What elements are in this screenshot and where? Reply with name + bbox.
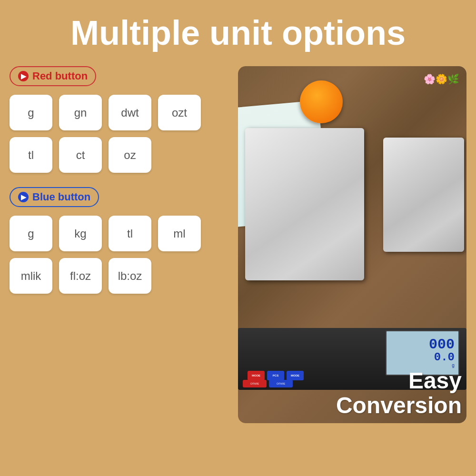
large-tray [245, 128, 364, 280]
easy-conversion: Easy Conversion [336, 368, 462, 419]
flowers-decoration: 🌸🌼🌿 [424, 73, 459, 85]
blue-icon-symbol: ▶ [21, 193, 26, 201]
red-units-row1: g gn dwt ozt [10, 95, 228, 130]
unit-key-mlik: mlik [10, 258, 52, 294]
blue-icon: ▶ [18, 192, 29, 202]
unit-key-oz: oz [109, 137, 151, 173]
unit-key-lboz: lb:oz [109, 258, 151, 294]
unit-key-ozt: ozt [158, 95, 201, 130]
red-icon-symbol: ▶ [21, 72, 26, 80]
control-buttons-row: MODE PCS MODE [248, 371, 304, 380]
main-title: Multiple unit options [0, 0, 476, 61]
lcd-top-value: 000 [429, 337, 455, 352]
tare-buttons-row: O/TARE O/TARE [243, 380, 293, 387]
tare-btn-blue: O/TARE [269, 380, 293, 387]
tare-btn-red: O/TARE [243, 380, 267, 387]
unit-key-gn: gn [59, 95, 102, 130]
red-button-label: ▶ Red button [10, 66, 96, 86]
unit-key-kg: kg [59, 216, 102, 251]
red-button-section: ▶ Red button g gn dwt ozt tl ct oz [10, 66, 228, 173]
unit-key-dwt: dwt [109, 95, 151, 130]
mode-btn-red: MODE [248, 371, 265, 380]
conversion-text: Conversion [336, 393, 462, 418]
blue-button-text: Blue button [32, 191, 90, 203]
blue-button-label: ▶ Blue button [10, 187, 99, 207]
unit-key-tl-blue: tl [109, 216, 151, 251]
blue-button-section: ▶ Blue button g kg tl ml mlik fl:oz lb:o… [10, 187, 228, 294]
pcs-btn-blue: PCS [267, 371, 284, 380]
mode-btn-blue: MODE [287, 371, 304, 380]
red-button-text: Red button [32, 70, 88, 82]
blue-units-row1: g kg tl ml [10, 216, 228, 251]
unit-key-floz: fl:oz [59, 258, 102, 294]
fruit [300, 80, 343, 123]
small-tray [383, 138, 464, 252]
unit-key-g-red: g [10, 95, 52, 130]
blue-units-row2: mlik fl:oz lb:oz [10, 258, 228, 294]
red-units-row2: tl ct oz [10, 137, 228, 173]
easy-text: Easy [336, 368, 462, 394]
unit-key-ct: ct [59, 137, 102, 173]
unit-key-ml: ml [158, 216, 201, 251]
left-panel: ▶ Red button g gn dwt ozt tl ct oz ▶ [10, 66, 228, 423]
red-icon: ▶ [18, 71, 29, 81]
unit-key-g-blue: g [10, 216, 52, 251]
scale-image: 🌸🌼🌿 000 0.0 g MODE PCS MODE [238, 66, 466, 423]
right-panel: 🌸🌼🌿 000 0.0 g MODE PCS MODE [238, 66, 466, 423]
lcd-bottom-value: 0.0 [434, 352, 455, 363]
unit-key-tl-red: tl [10, 137, 52, 173]
